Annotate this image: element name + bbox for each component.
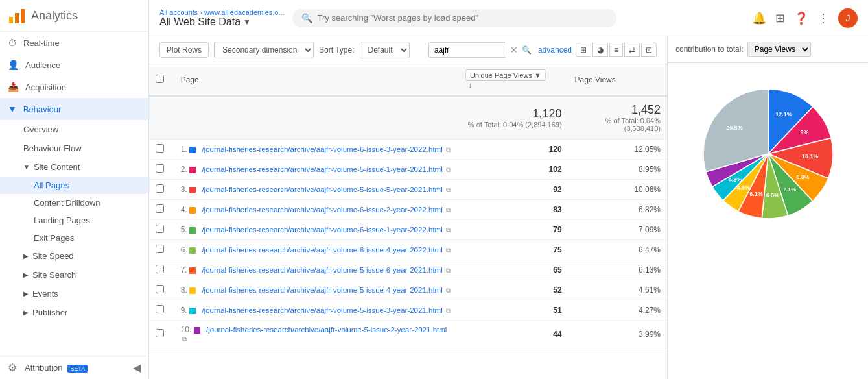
search-input[interactable] [318,13,607,23]
sidebar-item-audience[interactable]: 👤 Audience [0,54,148,76]
site-speed-caret-icon: ▶ [23,252,29,260]
sidebar-item-overview[interactable]: Overview [0,120,148,139]
row-link-icon: ⧉ [182,336,187,343]
avatar[interactable]: J [838,8,858,28]
filter-input[interactable] [428,42,506,58]
row-checkbox[interactable] [156,204,164,213]
sidebar-item-site-search[interactable]: ▶ Site Search [0,265,148,284]
total-pv-pct: % of Total: 0.04% (3,538,410) [575,117,661,132]
select-all-checkbox[interactable] [156,75,164,83]
table-row: 2. /journal-fisheries-research/archive/a… [149,160,667,180]
sidebar-item-realtime[interactable]: ⏱ Real-time [0,32,148,54]
row-color-dot [189,308,196,314]
row-page-link[interactable]: /journal-fisheries-research/archive/aajf… [202,306,442,314]
row-checkbox[interactable] [156,144,164,153]
sidebar-item-content-drilldown[interactable]: Content Drilldown [0,194,148,212]
realtime-icon: ⏱ [8,38,17,48]
sidebar-item-publisher[interactable]: ▶ Publisher [0,303,148,322]
sidebar-item-site-content[interactable]: ▼ Site Content [0,158,148,177]
row-checkbox[interactable] [156,164,164,173]
row-page-link[interactable]: /journal-fisheries-research/archive/aajf… [202,186,442,193]
row-upv: 51 [459,300,568,321]
row-checkbox-cell [149,160,174,180]
row-link-icon: ⧉ [446,186,451,193]
sort-default-dropdown[interactable]: Default [360,42,410,58]
row-page-link[interactable]: /journal-fisheries-research/archive/aajf… [206,326,447,334]
row-checkbox-cell [149,140,174,160]
advanced-link[interactable]: advanced [538,45,572,55]
acquisition-icon: 📥 [8,82,19,92]
row-checkbox[interactable] [156,245,164,253]
row-page-cell: 2. /journal-fisheries-research/archive/a… [174,160,459,180]
help-icon[interactable]: ❓ [794,11,808,25]
row-page-link[interactable]: /journal-fisheries-research/archive/aajf… [202,266,442,274]
row-page-link[interactable]: /journal-fisheries-research/archive/aajf… [202,206,442,214]
sidebar-item-attribution-label: Attribution [25,363,63,373]
contribution-label: contribution to total: [675,45,744,54]
account-dropdown-icon[interactable]: ▼ [243,18,251,27]
row-color-dot [189,167,196,173]
sidebar-item-all-pages[interactable]: All Pages [0,177,148,194]
view-pivot-icon[interactable]: ⊡ [641,43,657,57]
contribution-select[interactable]: Page Views [747,42,811,57]
row-page-link[interactable]: /journal-fisheries-research/archive/aajf… [202,226,442,234]
secondary-dimension-dropdown[interactable]: Secondary dimension [214,42,314,58]
sidebar-item-site-speed[interactable]: ▶ Site Speed [0,247,148,265]
view-table-icon[interactable]: ≡ [609,43,623,57]
sidebar-navigation: ⏱ Real-time 👤 Audience 📥 Acquisition ▼ B… [0,32,148,356]
sidebar-collapse-icon[interactable]: ◀ [133,361,141,374]
row-checkbox[interactable] [156,265,164,273]
row-page-link[interactable]: /journal-fisheries-research/archive/aajf… [202,145,442,153]
row-page-cell: 5. /journal-fisheries-research/archive/a… [174,220,459,240]
col-upv-header: Unique Page Views ▼ ↓ [459,64,568,96]
table-row: 3. /journal-fisheries-research/archive/a… [149,180,667,200]
total-upv-pct: % of Total: 0.04% (2,894,169) [465,121,561,128]
row-page-link[interactable]: /journal-fisheries-research/archive/aajf… [202,246,442,254]
data-table: Page Unique Page Views ▼ ↓ Page Views [149,64,667,348]
svg-rect-0 [9,17,13,23]
col-upv-sort-icon[interactable]: ↓ [468,81,472,90]
pie-chart-container: 12.1%9%10.1%6.8%7.1%6.5%6.1%4.6%4.3%29.5… [668,63,868,245]
view-pie-icon[interactable]: ◕ [592,43,608,57]
filter-search-icon[interactable]: 🔍 [522,45,532,55]
row-checkbox[interactable] [156,329,164,337]
row-page-cell: 6. /journal-fisheries-research/archive/a… [174,240,459,260]
row-link-icon: ⧉ [446,166,451,173]
row-upv: 120 [459,140,568,160]
more-options-icon[interactable]: ⋮ [817,11,829,25]
row-upv: 83 [459,200,568,220]
sidebar-item-events[interactable]: ▶ Events [0,284,148,303]
row-checkbox[interactable] [156,305,164,313]
row-page-link[interactable]: /journal-fisheries-research/archive/aajf… [202,286,442,294]
filter-clear-icon[interactable]: ✕ [510,45,518,55]
sidebar-item-exit-pages[interactable]: Exit Pages [0,229,148,247]
search-bar[interactable]: 🔍 [292,9,616,27]
total-upv: 1,120 [465,107,561,121]
row-pv-pct: 6.13% [569,260,667,280]
view-data-icon[interactable]: ⊞ [576,43,591,57]
view-comparison-icon[interactable]: ⇄ [624,43,640,57]
apps-grid-icon[interactable]: ⊞ [775,11,785,25]
row-checkbox[interactable] [156,225,164,233]
row-upv: 44 [459,321,568,348]
pie-label-4: 7.1% [782,186,796,193]
sidebar-item-acquisition-label: Acquisition [25,82,66,92]
topbar-actions: 🔔 ⊞ ❓ ⋮ J [752,8,858,28]
row-upv: 79 [459,220,568,240]
row-color-dot [189,187,196,193]
row-checkbox-cell [149,260,174,280]
sidebar-item-attribution[interactable]: Attribution BETA [25,363,88,373]
row-page-link[interactable]: /journal-fisheries-research/archive/aajf… [202,165,442,173]
row-checkbox[interactable] [156,184,164,193]
settings-icon[interactable]: ⚙ [8,361,17,374]
row-pv-pct: 7.09% [569,220,667,240]
sidebar-item-acquisition[interactable]: 📥 Acquisition [0,76,148,98]
notifications-icon[interactable]: 🔔 [752,11,766,25]
svg-rect-2 [21,9,25,23]
sidebar-item-behaviour[interactable]: ▼ Behaviour [0,98,148,120]
sidebar-item-behaviour-flow[interactable]: Behaviour Flow [0,139,148,158]
row-checkbox[interactable] [156,285,164,293]
col-upv-dropdown[interactable]: Unique Page Views ▼ [465,69,546,81]
plot-rows-button[interactable]: Plot Rows [159,42,209,58]
sidebar-item-landing-pages[interactable]: Landing Pages [0,212,148,229]
